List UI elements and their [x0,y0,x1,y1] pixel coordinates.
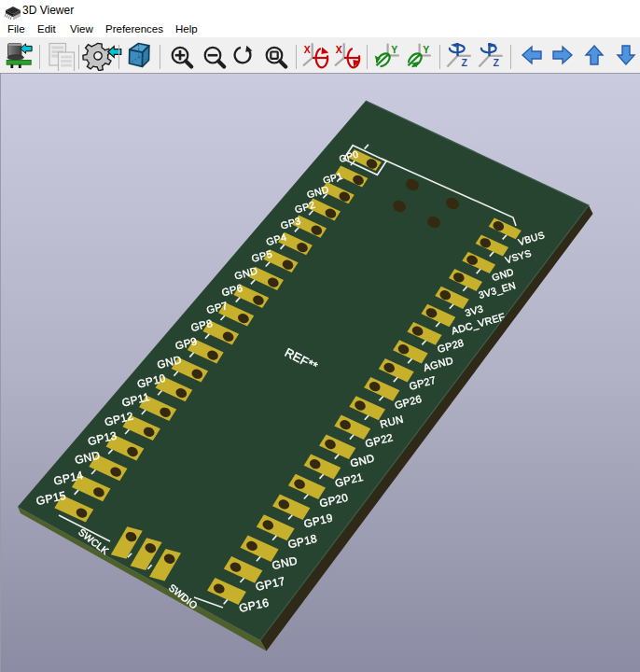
svg-text:Z: Z [493,57,499,68]
svg-text:X: X [304,44,311,55]
svg-text:X: X [336,44,342,55]
svg-text:Z: Z [461,57,467,68]
svg-text:Y: Y [423,44,429,55]
svg-text:Y: Y [391,44,397,55]
